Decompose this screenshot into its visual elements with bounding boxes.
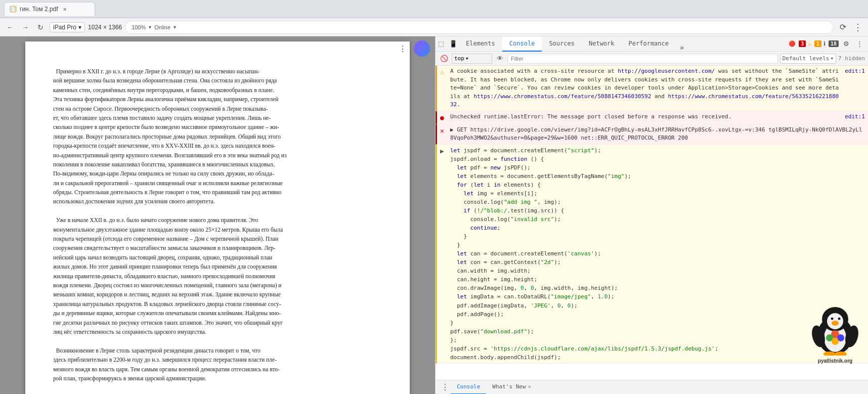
console-row-warning: ⚠ A cookie associated with a cross-site …	[436, 66, 868, 111]
inspect-element-button[interactable]: ⬚	[436, 38, 447, 50]
devtools-panel: ⬚ 📱 Elements Console Sources Network Per…	[435, 36, 868, 394]
device-dropdown-icon: ▾	[78, 24, 81, 31]
pdf-viewport[interactable]: Примерно в XXII г. до н.э. в городе Лерн…	[0, 36, 435, 394]
context-label: top	[454, 55, 464, 62]
chromestatus-link-1[interactable]: https://www.chromestatus.com/feature/508…	[473, 93, 651, 100]
info-count-badge: 18	[829, 40, 839, 47]
hidden-count: 7 hidden	[838, 55, 865, 62]
svg-point-7	[838, 317, 841, 320]
clear-console-button[interactable]: 🚫	[439, 53, 450, 64]
log-level-selector[interactable]: Default levels ▾	[780, 54, 836, 64]
pdf-text-content: Примерно в XXII г. до н.э. в городе Лерн…	[53, 67, 382, 394]
pdf-viewer: Примерно в XXII г. до н.э. в городе Лерн…	[0, 36, 435, 394]
forward-button[interactable]: →	[19, 21, 31, 33]
tab-favicon: 📄	[10, 6, 17, 13]
info-icon: ℹ	[823, 40, 826, 47]
bottom-tab-whatsnew[interactable]: What's New ✕	[486, 380, 537, 395]
main-content-area: Примерно в XXII г. до н.э. в городе Лерн…	[0, 36, 868, 394]
devtools-right-controls: 🔴 3 ⚠ 1 ℹ 18 ⚙ ⋮	[789, 38, 868, 50]
mascot-label: pyatlistnik.org	[807, 358, 863, 365]
svg-point-8	[832, 321, 839, 326]
settings-button[interactable]: ⚙	[841, 38, 852, 50]
devtools-left-icons: ⬚ 📱	[436, 38, 459, 50]
eye-button[interactable]: 👁	[494, 53, 505, 64]
rotate-button[interactable]: ⟳	[837, 21, 849, 33]
console-row-error: ● Unchecked runtime.lastError: The messa…	[436, 111, 868, 124]
device-mode-button[interactable]: 📱	[448, 38, 459, 50]
warning-count-badge: 1	[814, 40, 821, 47]
reload-button[interactable]: ↻	[34, 21, 47, 33]
console-network-error-text: ▶ GET https://drive.google.com/viewer/im…	[450, 126, 865, 143]
prompt-icon: ▶	[440, 146, 447, 156]
edit-link-2[interactable]: edit:1	[845, 113, 865, 120]
zoom-dropdown-icon: ▾	[149, 24, 151, 30]
browser-tab-bar: 📄 гин. Том 2.pdf ✕	[0, 0, 868, 18]
log-level-label: Default levels	[783, 55, 830, 62]
network-error-icon: ✕	[440, 126, 447, 136]
resolution-display: 1024 × 1366	[88, 24, 122, 31]
pdf-page: Примерно в XXII г. до н.э. в городе Лерн…	[25, 41, 410, 394]
penguin-mascot: pyatlistnik.org	[807, 305, 863, 365]
warning-icon: ⚠	[440, 67, 447, 77]
context-dropdown-icon: ▾	[465, 55, 469, 62]
warning-icon: ⚠	[808, 40, 811, 47]
svg-point-16	[832, 338, 839, 345]
more-tabs-button[interactable]: »	[676, 43, 688, 52]
pdf-menu-button[interactable]: ⋮	[396, 41, 410, 56]
browser-toolbar: ← → ↻ iPad Pro ▾ 1024 × 1366 100% ▾ Onli…	[0, 18, 868, 36]
edit-link-1[interactable]: edit:1	[845, 67, 865, 75]
tab-title: гин. Том 2.pdf	[20, 6, 58, 13]
back-button[interactable]: ←	[4, 21, 16, 33]
console-row-code: ▶ let jspdf = document.createElement("sc…	[436, 145, 868, 364]
tab-console[interactable]: Console	[502, 36, 542, 52]
active-tab[interactable]: 📄 гин. Том 2.pdf ✕	[4, 2, 95, 16]
console-filter-input[interactable]	[507, 54, 778, 64]
penguin-svg	[807, 305, 863, 356]
device-toolbar-selector[interactable]: iPad Pro ▾	[50, 22, 85, 32]
console-warning-text: A cookie associated with a cross-site re…	[450, 67, 840, 109]
tab-network[interactable]: Network	[582, 36, 622, 52]
devtools-bottom-more-button[interactable]: ⋮	[440, 382, 451, 393]
zoom-level: 100%	[132, 24, 146, 30]
context-selector[interactable]: top ▾	[452, 54, 492, 64]
error-count-badge: 3	[799, 40, 806, 47]
more-button[interactable]: ⋮	[852, 21, 864, 33]
whatsnew-close-button[interactable]: ✕	[528, 383, 532, 390]
console-error-text: Unchecked runtime.lastError: The message…	[450, 113, 840, 121]
error-icon: ●	[440, 113, 447, 122]
pdf-overlay-controls: ⋮	[396, 40, 430, 57]
tab-performance[interactable]: Performance	[622, 36, 676, 52]
console-code-block: let jspdf = document.createElement("scri…	[450, 146, 865, 362]
log-level-dropdown-icon: ▾	[830, 55, 834, 62]
console-output[interactable]: ⚠ A cookie associated with a cross-site …	[436, 66, 868, 380]
tab-sources[interactable]: Sources	[542, 36, 582, 52]
address-bar[interactable]: 100% ▾ Online ▾	[125, 21, 834, 34]
devtools-bottom-toolbar: ⋮ Console What's New ✕	[436, 380, 868, 394]
devtools-more-button[interactable]: ⋮	[854, 38, 865, 50]
cookie-link[interactable]: http://googleusercontent.com/	[618, 68, 715, 74]
connection-status: Online	[154, 24, 170, 30]
pdf-user-avatar[interactable]	[414, 40, 430, 57]
badge-errors: 🔴	[789, 40, 796, 47]
device-name: iPad Pro	[53, 24, 76, 31]
console-secondary-toolbar: 🚫 top ▾ 👁 Default levels ▾ 7 hidden	[436, 52, 868, 66]
tab-close-button[interactable]: ✕	[61, 6, 68, 13]
svg-point-6	[831, 317, 834, 320]
console-row-network-error: ✕ ▶ GET https://drive.google.com/viewer/…	[436, 124, 868, 145]
bottom-tab-console[interactable]: Console	[451, 380, 486, 395]
connection-dropdown-icon: ▾	[173, 24, 176, 30]
tab-elements[interactable]: Elements	[459, 36, 502, 52]
